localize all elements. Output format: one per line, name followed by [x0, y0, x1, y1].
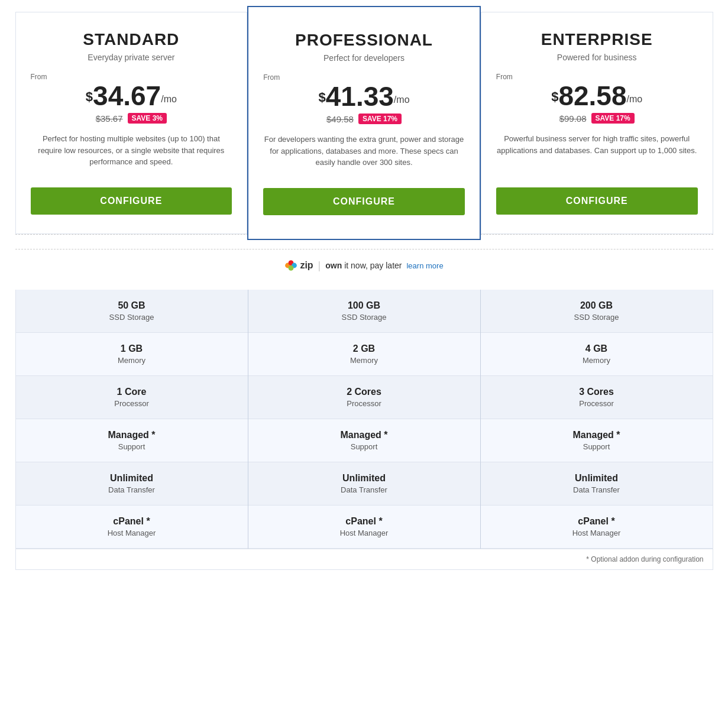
- price-row-professional: $ 41.33 /mo: [263, 83, 465, 110]
- footnote: * Optional addon during configuration: [15, 549, 713, 570]
- feature-row-2-4: Unlimited Data Transfer: [481, 462, 713, 505]
- feature-row-1-0: 100 GB SSD Storage: [248, 290, 480, 333]
- feature-sub-1-0: SSD Storage: [260, 313, 468, 322]
- price-mo-enterprise: /mo: [627, 94, 643, 105]
- configure-button-standard[interactable]: CONFIGURE: [31, 187, 232, 215]
- feature-main-0-3: Managed *: [28, 430, 236, 440]
- feature-row-0-5: cPanel * Host Manager: [16, 505, 248, 549]
- feature-main-2-4: Unlimited: [493, 473, 701, 484]
- from-label-professional: From: [263, 73, 465, 82]
- feature-sub-1-2: Processor: [260, 399, 468, 408]
- feature-sub-0-2: Processor: [28, 399, 236, 408]
- price-mo-standard: /mo: [161, 94, 177, 105]
- feature-main-2-3: Managed *: [493, 430, 701, 440]
- feature-row-0-0: 50 GB SSD Storage: [16, 290, 248, 333]
- feature-main-1-3: Managed *: [260, 430, 468, 440]
- price-dollar-standard: $: [86, 89, 93, 105]
- features-col-0: 50 GB SSD Storage 1 GB Memory 1 Core Pro…: [16, 290, 248, 549]
- feature-row-2-0: 200 GB SSD Storage: [481, 290, 713, 333]
- zip-name: zip: [300, 260, 313, 271]
- old-price-row-standard: $35.67 SAVE 3%: [31, 113, 232, 124]
- from-label-standard: From: [31, 73, 232, 81]
- feature-sub-1-1: Memory: [260, 356, 468, 365]
- feature-sub-0-0: SSD Storage: [28, 313, 236, 322]
- feature-row-0-4: Unlimited Data Transfer: [16, 462, 248, 505]
- feature-row-1-4: Unlimited Data Transfer: [248, 462, 480, 505]
- plan-subtitle-standard: Everyday private server: [31, 53, 232, 62]
- zip-bold-text: own: [325, 261, 342, 270]
- feature-main-0-0: 50 GB: [28, 300, 236, 311]
- feature-sub-0-5: Host Manager: [28, 529, 236, 537]
- zip-icon: [284, 259, 297, 272]
- feature-row-0-1: 1 GB Memory: [16, 333, 248, 376]
- plan-description-professional: For developers wanting the extra grunt, …: [263, 134, 465, 175]
- feature-row-1-3: Managed * Support: [248, 419, 480, 462]
- feature-row-2-3: Managed * Support: [481, 419, 713, 462]
- price-row-enterprise: $ 82.58 /mo: [496, 82, 698, 109]
- save-badge-enterprise: SAVE 17%: [591, 113, 635, 124]
- price-amount-enterprise: 82.58: [558, 82, 626, 109]
- pricing-wrapper: STANDARD Everyday private server From $ …: [15, 12, 713, 570]
- feature-row-2-2: 3 Cores Processor: [481, 376, 713, 419]
- feature-sub-2-4: Data Transfer: [493, 485, 701, 494]
- feature-sub-0-1: Memory: [28, 356, 236, 365]
- configure-button-enterprise[interactable]: CONFIGURE: [496, 187, 698, 215]
- plan-subtitle-enterprise: Powered for business: [496, 53, 698, 62]
- price-amount-professional: 41.33: [326, 83, 394, 110]
- feature-main-2-0: 200 GB: [493, 300, 701, 311]
- zip-rest-text: it now, pay later: [344, 261, 402, 270]
- zip-section: zip | own it now, pay later learn more: [15, 234, 713, 290]
- plan-description-standard: Perfect for hosting multiple websites (u…: [31, 133, 232, 174]
- feature-sub-0-4: Data Transfer: [28, 485, 236, 494]
- feature-main-0-4: Unlimited: [28, 473, 236, 484]
- footnote-text: * Optional addon during configuration: [586, 555, 703, 563]
- save-badge-standard: SAVE 3%: [128, 113, 167, 124]
- feature-main-2-2: 3 Cores: [493, 387, 701, 397]
- configure-button-professional[interactable]: CONFIGURE: [263, 188, 465, 215]
- features-col-1: 100 GB SSD Storage 2 GB Memory 2 Cores P…: [248, 290, 481, 549]
- plan-name-professional: PROFESSIONAL: [263, 31, 465, 50]
- feature-main-1-4: Unlimited: [260, 473, 468, 484]
- plan-card-standard: STANDARD Everyday private server From $ …: [15, 12, 248, 234]
- old-price-row-professional: $49.58 SAVE 17%: [263, 114, 465, 124]
- plan-description-enterprise: Powerful business server for high traffi…: [496, 133, 698, 174]
- features-col-2: 200 GB SSD Storage 4 GB Memory 3 Cores P…: [481, 290, 713, 549]
- price-row-standard: $ 34.67 /mo: [31, 82, 232, 109]
- features-section: 50 GB SSD Storage 1 GB Memory 1 Core Pro…: [15, 290, 713, 549]
- feature-sub-0-3: Support: [28, 442, 236, 451]
- plans-section: STANDARD Everyday private server From $ …: [15, 12, 713, 234]
- feature-main-0-5: cPanel *: [28, 516, 236, 527]
- plan-card-enterprise: ENTERPRISE Powered for business From $ 8…: [481, 12, 713, 234]
- price-amount-standard: 34.67: [93, 82, 161, 109]
- price-dollar-enterprise: $: [551, 89, 558, 105]
- plan-subtitle-professional: Perfect for developers: [263, 53, 465, 63]
- feature-row-0-3: Managed * Support: [16, 419, 248, 462]
- feature-sub-2-0: SSD Storage: [493, 313, 701, 322]
- feature-row-1-2: 2 Cores Processor: [248, 376, 480, 419]
- plan-name-standard: STANDARD: [31, 30, 232, 49]
- feature-sub-1-5: Host Manager: [260, 529, 468, 537]
- zip-logo: zip: [284, 259, 313, 272]
- svg-point-3: [289, 265, 294, 271]
- feature-row-2-5: cPanel * Host Manager: [481, 505, 713, 549]
- feature-row-0-2: 1 Core Processor: [16, 376, 248, 419]
- zip-learn-more-link[interactable]: learn more: [406, 261, 443, 270]
- feature-sub-2-5: Host Manager: [493, 529, 701, 537]
- old-price-standard: $35.67: [96, 114, 123, 124]
- plan-name-enterprise: ENTERPRISE: [496, 30, 698, 49]
- price-dollar-professional: $: [318, 90, 325, 105]
- feature-main-1-2: 2 Cores: [260, 387, 468, 397]
- feature-main-0-2: 1 Core: [28, 387, 236, 397]
- feature-main-2-5: cPanel *: [493, 516, 701, 527]
- feature-row-1-1: 2 GB Memory: [248, 333, 480, 376]
- feature-sub-2-3: Support: [493, 442, 701, 451]
- save-badge-professional: SAVE 17%: [358, 114, 402, 124]
- plan-card-professional: PROFESSIONAL Perfect for developers From…: [247, 6, 481, 240]
- feature-main-0-1: 1 GB: [28, 343, 236, 354]
- from-label-enterprise: From: [496, 73, 698, 81]
- feature-main-1-5: cPanel *: [260, 516, 468, 527]
- feature-sub-1-3: Support: [260, 442, 468, 451]
- feature-row-1-5: cPanel * Host Manager: [248, 505, 480, 549]
- feature-sub-2-2: Processor: [493, 399, 701, 408]
- price-mo-professional: /mo: [394, 95, 410, 105]
